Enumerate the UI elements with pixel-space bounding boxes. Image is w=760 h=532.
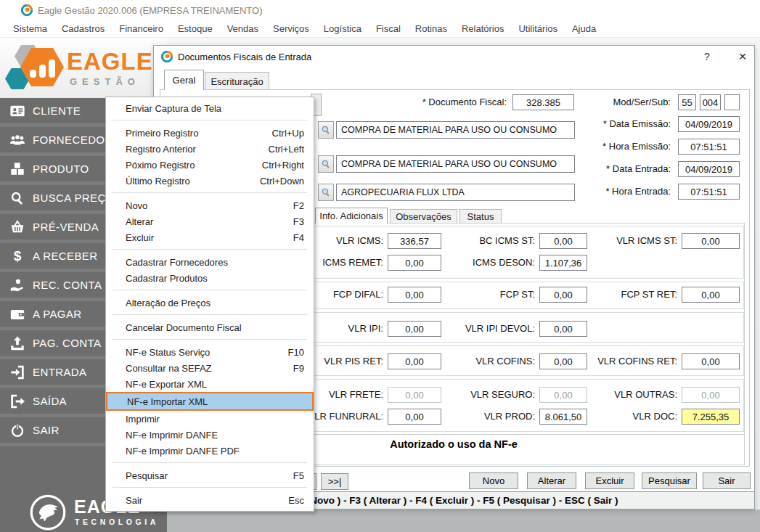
- mod-ser-sub-label: Mod/Ser/Sub:: [560, 97, 671, 107]
- dollar-icon: $: [9, 248, 25, 264]
- vlr-seguro-label: VLR SEGURO:: [436, 389, 535, 400]
- tab-info-adicionais[interactable]: Info. Adicionais: [315, 208, 388, 224]
- tab-escrituracao[interactable]: Escrituração: [205, 72, 269, 90]
- fcp-difal-field[interactable]: 0,00: [388, 287, 441, 303]
- menu-relatorios[interactable]: Relatórios: [454, 21, 512, 36]
- sidebar-item-label: CLIENTE: [33, 105, 81, 117]
- footer-sub-text: TECNOLOGIA: [75, 517, 159, 526]
- sidebar-item-label: PRODUTO: [33, 163, 89, 175]
- natureza-operacao-2-field[interactable]: COMPRA DE MATERIAL PARA USO OU CONSUMO: [336, 155, 575, 173]
- menu-item-consultar-na-sefaz[interactable]: Consultar na SEFAZF9: [106, 360, 314, 376]
- vlr-funrural-field[interactable]: 0,00: [388, 409, 441, 425]
- main-menubar: Sistema Cadastros Financeiro Estoque Ven…: [0, 20, 760, 38]
- sidebar-item-label: SAÍDA: [33, 395, 67, 407]
- natureza-operacao-1-field[interactable]: COMPRA DE MATERIAL PARA USO OU CONSUMO: [336, 121, 575, 139]
- menu-item-excluir[interactable]: ExcluirF4: [106, 229, 314, 245]
- vlr-ipi-field[interactable]: 0,00: [388, 321, 441, 337]
- menu-vendas[interactable]: Vendas: [220, 21, 266, 36]
- fcp-st-label: FCP ST:: [436, 289, 535, 300]
- menu-fiscal[interactable]: Fiscal: [369, 21, 408, 36]
- menu-item-imprimir[interactable]: Imprimir: [106, 411, 314, 427]
- fcp-st-ret-field[interactable]: 0,00: [682, 287, 740, 303]
- mdi-bottom-strip: [167, 510, 760, 532]
- icms-remet-field[interactable]: 0,00: [388, 255, 441, 271]
- menu-item-ultimo-registro[interactable]: Último RegistroCtrl+Down: [106, 173, 314, 189]
- help-button[interactable]: ?: [700, 49, 714, 64]
- ser-field[interactable]: 004: [700, 94, 721, 110]
- menu-item-nfe-exportar-xml[interactable]: NF-e Exportar XML: [106, 376, 314, 392]
- vlr-ipi-devol-field[interactable]: 0,00: [539, 321, 587, 337]
- menu-item-nfe-status-servico[interactable]: NF-e Status ServiçoF10: [106, 344, 314, 360]
- menu-utilitarios[interactable]: Utilitários: [511, 21, 564, 36]
- close-icon[interactable]: ×: [735, 48, 751, 65]
- vlr-icms-st-label: VLR ICMS ST:: [573, 235, 677, 246]
- sidebar-item-label: ENTRADA: [33, 366, 86, 378]
- lookup-fornecedor-button[interactable]: [318, 184, 334, 201]
- menu-item-cancelar-documento-fiscal[interactable]: Cancelar Documento Fiscal: [106, 319, 314, 335]
- tab-observacoes[interactable]: Observações: [390, 209, 457, 224]
- logo-sub-text: GESTÃO: [70, 76, 140, 87]
- menu-item-cadastrar-produtos[interactable]: Cadastrar Produtos: [106, 270, 314, 286]
- vlr-cofins-ret-field[interactable]: 0,00: [682, 353, 740, 369]
- sidebar-item-label: PAG. CONTA: [33, 337, 101, 349]
- tab-geral[interactable]: Geral: [164, 70, 204, 90]
- tab-status[interactable]: Status: [459, 209, 502, 224]
- users-icon: [9, 132, 25, 148]
- menu-logistica[interactable]: Logística: [316, 21, 369, 36]
- menu-item-pesquisar[interactable]: PesquisarF5: [106, 467, 314, 483]
- sidebar-item-label: SAIR: [33, 424, 60, 436]
- lookup-natureza2-button[interactable]: [318, 155, 334, 173]
- mod-field[interactable]: 55: [678, 94, 696, 110]
- icms-deson-field[interactable]: 1.107,36: [539, 255, 587, 271]
- vlr-outras-label: VLR OUTRAS:: [573, 389, 677, 400]
- menu-item-registro-anterior[interactable]: Registro AnteriorCtrl+Left: [106, 141, 314, 157]
- vlr-icms-field[interactable]: 336,57: [388, 233, 441, 249]
- fornecedor-field[interactable]: AGROPECUARIA FLUX LTDA: [336, 184, 575, 201]
- data-entrada-field[interactable]: 04/09/2019: [678, 161, 740, 177]
- menu-item-alteracao-de-precos[interactable]: Alteração de Preços: [106, 295, 314, 311]
- vlr-icms-st-field[interactable]: 0,00: [682, 233, 740, 249]
- sub-field[interactable]: [724, 94, 740, 110]
- menu-item-nfe-imprimir-danfe[interactable]: NF-e Imprimir DANFE: [106, 427, 314, 443]
- excluir-button[interactable]: Excluir: [585, 472, 634, 489]
- vlr-pis-ret-field[interactable]: 0,00: [388, 353, 441, 369]
- hora-emissao-field[interactable]: 07:51:51: [678, 139, 740, 155]
- menu-cadastros[interactable]: Cadastros: [54, 21, 112, 36]
- menu-item-nfe-importar-xml[interactable]: NF-e Importar XML: [106, 392, 314, 411]
- upload-icon: [9, 335, 25, 351]
- menu-item-novo[interactable]: NovoF2: [106, 197, 314, 213]
- novo-button[interactable]: Novo: [469, 472, 518, 489]
- lookup-natureza1-button[interactable]: [318, 121, 334, 139]
- menu-item-nfe-imprimir-danfe-pdf[interactable]: NF-e Imprimir DANFE PDF: [106, 443, 314, 459]
- sidebar-item-label: BUSCA PREÇO: [33, 192, 115, 204]
- menu-item-proximo-registro[interactable]: Póximo RegistroCtrl+Right: [106, 157, 314, 173]
- menu-item-sair[interactable]: SairEsc: [106, 492, 314, 508]
- menu-ajuda[interactable]: Ajuda: [565, 21, 603, 36]
- vlr-ipi-devol-label: VLR IPI DEVOL:: [436, 323, 535, 334]
- id-card-icon: [9, 103, 25, 119]
- search-icon: [9, 190, 25, 206]
- hora-entrada-field[interactable]: 07:51:51: [678, 184, 740, 200]
- sign-in-icon: [9, 364, 25, 380]
- menu-item-alterar[interactable]: AlterarF3: [106, 213, 314, 229]
- dialog-titlebar[interactable]: Documentos Fiscais de Entrada: [154, 46, 754, 67]
- menu-rotinas[interactable]: Rotinas: [408, 21, 454, 36]
- last-record-button[interactable]: >>|: [321, 473, 348, 490]
- menu-servicos[interactable]: Serviços: [266, 21, 316, 36]
- vlr-doc-field[interactable]: 7.255,35: [682, 409, 740, 425]
- menu-item-enviar-captura[interactable]: Enviar Captura de Tela: [106, 100, 314, 116]
- vlr-prod-label: VLR PROD:: [436, 411, 535, 422]
- vlr-frete-field: 0,00: [388, 387, 441, 403]
- window-titlebar: Eagle Gestão 2020.006 (EMPRESA TREINAMEN…: [0, 0, 760, 20]
- data-emissao-field[interactable]: 04/09/2019: [678, 116, 740, 132]
- alterar-button[interactable]: Alterar: [527, 472, 576, 489]
- hora-emissao-label: * Hora Emissão:: [546, 141, 671, 152]
- menu-estoque[interactable]: Estoque: [171, 21, 220, 36]
- menu-financeiro[interactable]: Financeiro: [112, 21, 171, 36]
- sair-button[interactable]: Sair: [703, 472, 751, 489]
- pesquisar-button[interactable]: Pesquisar: [642, 472, 697, 489]
- menu-sistema[interactable]: Sistema: [6, 21, 54, 36]
- eagle-app-icon: [21, 4, 33, 16]
- menu-item-cadastrar-fornecedores[interactable]: Cadastrar Fornecedores: [106, 254, 314, 270]
- menu-item-primeiro-registro[interactable]: Primeiro RegistroCtrl+Up: [106, 125, 314, 141]
